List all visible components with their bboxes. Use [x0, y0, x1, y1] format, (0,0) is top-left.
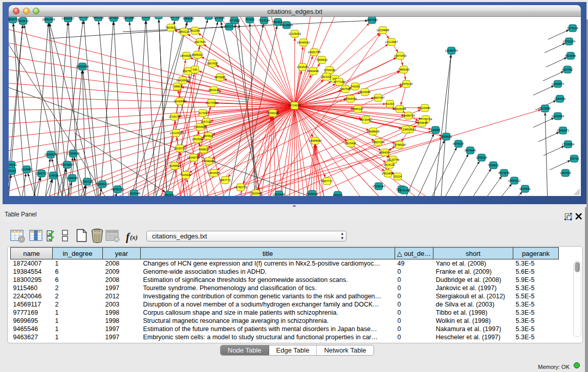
svg-text:17957225: 17957225: [81, 180, 94, 183]
svg-text:12923446: 12923446: [273, 193, 286, 196]
svg-text:1305115: 1305115: [67, 177, 77, 180]
svg-text:6466160: 6466160: [93, 16, 104, 19]
svg-text:18807249: 18807249: [372, 141, 385, 144]
svg-text:9699695: 9699695: [417, 121, 428, 124]
svg-text:8471676: 8471676: [498, 171, 510, 174]
svg-text:7625402: 7625402: [180, 173, 191, 177]
svg-text:19218506: 19218506: [280, 24, 293, 27]
svg-text:9245012: 9245012: [307, 192, 318, 195]
svg-text:1267533: 1267533: [560, 171, 571, 174]
svg-text:10975657: 10975657: [61, 163, 74, 166]
svg-text:7986322: 7986322: [352, 107, 363, 111]
svg-text:7625402: 7625402: [345, 142, 356, 145]
svg-text:39153: 39153: [9, 169, 16, 172]
svg-text:20691406: 20691406: [42, 18, 55, 21]
svg-text:10653267: 10653267: [62, 17, 75, 20]
svg-text:10688609: 10688609: [367, 130, 380, 133]
svg-text:6466160: 6466160: [183, 17, 194, 20]
svg-text:9242848: 9242848: [174, 100, 185, 103]
svg-text:41700: 41700: [199, 112, 207, 115]
svg-text:150733: 150733: [570, 157, 579, 160]
svg-text:19524851: 19524851: [382, 172, 395, 175]
svg-text:10654112: 10654112: [508, 179, 520, 182]
svg-text:7515524: 7515524: [258, 19, 270, 22]
svg-text:13958127: 13958127: [96, 183, 109, 186]
svg-text:2935114: 2935114: [476, 156, 487, 159]
svg-text:15781485: 15781485: [398, 189, 411, 192]
svg-text:3835061: 3835061: [9, 163, 17, 166]
svg-text:6479197: 6479197: [453, 142, 464, 145]
svg-text:891295: 891295: [190, 29, 200, 32]
svg-text:9457771: 9457771: [321, 180, 333, 183]
svg-text:15136141: 15136141: [373, 185, 385, 188]
svg-text:8990448: 8990448: [308, 70, 319, 73]
svg-text:1327602: 1327602: [169, 16, 181, 18]
svg-text:549822: 549822: [199, 148, 209, 151]
svg-text:1671355: 1671355: [123, 16, 135, 19]
svg-text:1615132: 1615132: [384, 163, 395, 166]
svg-text:16961758: 16961758: [308, 51, 321, 54]
svg-text:114519: 114519: [49, 174, 58, 177]
svg-text:17359928: 17359928: [67, 152, 80, 155]
svg-text:1653594: 1653594: [192, 138, 203, 141]
svg-text:12975125: 12975125: [400, 82, 413, 85]
svg-text:9115460: 9115460: [419, 106, 430, 110]
svg-text:62160: 62160: [386, 102, 394, 105]
svg-text:1482916: 1482916: [163, 193, 175, 196]
svg-text:3267110: 3267110: [201, 120, 211, 123]
svg-text:11325419: 11325419: [289, 32, 301, 35]
svg-text:16782759: 16782759: [234, 186, 247, 189]
svg-text:20206576: 20206576: [45, 153, 57, 156]
svg-text:751552: 751552: [245, 18, 255, 21]
svg-text:(x): (x): [130, 233, 138, 241]
svg-text:9457771: 9457771: [220, 179, 231, 182]
svg-text:25300205: 25300205: [267, 112, 279, 115]
svg-text:2718179: 2718179: [169, 115, 180, 118]
svg-text:3624554: 3624554: [359, 91, 371, 94]
svg-text:18724007: 18724007: [288, 104, 301, 107]
svg-text:10973493: 10973493: [394, 54, 407, 57]
svg-text:10154808: 10154808: [377, 29, 389, 32]
svg-text:1215682: 1215682: [21, 168, 32, 171]
svg-text:17016504: 17016504: [562, 143, 575, 146]
svg-text:3875685: 3875685: [214, 76, 226, 79]
svg-text:9896: 9896: [174, 85, 180, 88]
svg-text:24420046: 24420046: [177, 79, 189, 82]
svg-text:845203: 845203: [333, 193, 343, 196]
svg-text:1362615: 1362615: [297, 65, 308, 69]
svg-text:1671355: 1671355: [229, 19, 240, 22]
svg-text:7663822: 7663822: [165, 26, 177, 29]
svg-text:887832: 887832: [204, 135, 213, 138]
svg-text:19166825: 19166825: [168, 164, 181, 167]
svg-text:25224: 25224: [394, 175, 402, 178]
svg-text:19914479: 19914479: [208, 171, 221, 174]
svg-text:15751074: 15751074: [563, 40, 576, 43]
svg-text:1016075: 1016075: [174, 147, 185, 150]
svg-text:746266: 746266: [351, 85, 360, 88]
svg-text:144095: 144095: [431, 128, 441, 132]
svg-text:1965: 1965: [403, 128, 409, 131]
svg-text:1071915: 1071915: [213, 16, 225, 19]
svg-text:20364436: 20364436: [344, 97, 357, 100]
svg-text:64099489: 64099489: [203, 160, 215, 163]
svg-text:9938923: 9938923: [441, 135, 452, 138]
svg-text:16640910: 16640910: [297, 41, 310, 44]
svg-text:9084067: 9084067: [379, 151, 390, 154]
svg-text:19495759: 19495759: [402, 114, 415, 117]
svg-text:9329966: 9329966: [565, 54, 576, 57]
svg-text:9777169: 9777169: [334, 80, 345, 83]
svg-text:2803144: 2803144: [208, 89, 220, 92]
svg-text:1621022: 1621022: [321, 75, 332, 78]
svg-text:19756928: 19756928: [393, 143, 406, 146]
svg-text:12942757: 12942757: [35, 172, 48, 175]
svg-text:16210643: 16210643: [552, 115, 564, 118]
svg-text:751552: 751552: [141, 16, 151, 18]
svg-text:7357274: 7357274: [224, 25, 235, 28]
svg-text:12093872: 12093872: [552, 82, 564, 85]
svg-text:8960125: 8960125: [179, 30, 190, 33]
svg-text:16782759: 16782759: [112, 188, 124, 191]
svg-text:10807487: 10807487: [372, 96, 385, 99]
svg-text:2087682: 2087682: [366, 18, 378, 21]
svg-text:8186323: 8186323: [192, 53, 203, 56]
svg-text:19654933: 19654933: [194, 125, 207, 128]
